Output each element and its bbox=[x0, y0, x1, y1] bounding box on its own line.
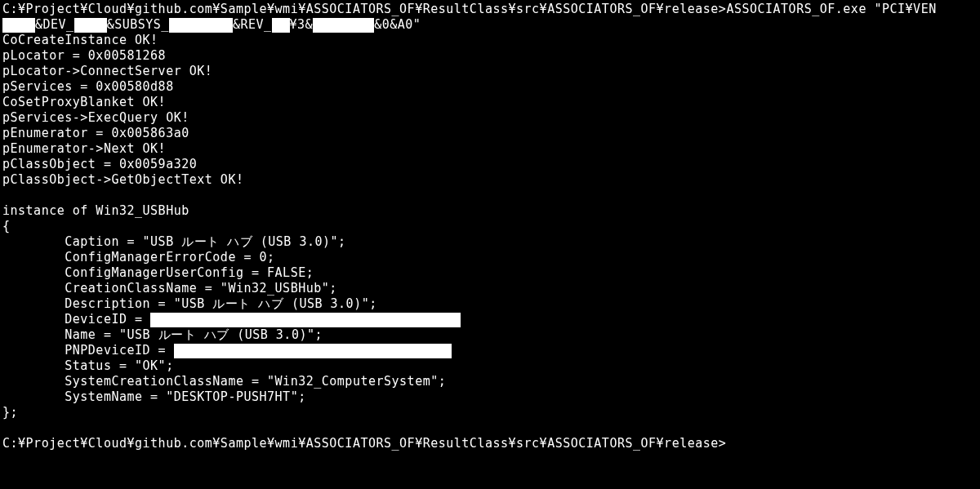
instance-header: instance of Win32_USBHub bbox=[2, 203, 978, 219]
cmd-line-1: C:¥Project¥Cloud¥github.com¥Sample¥wmi¥A… bbox=[2, 2, 978, 17]
redacted-block bbox=[174, 344, 452, 358]
redacted-block bbox=[272, 18, 290, 33]
arg-frag: &0&A0" bbox=[374, 17, 421, 32]
output-line: pServices->ExecQuery OK! bbox=[2, 110, 978, 126]
prompt-path: C:¥Project¥Cloud¥github.com¥Sample¥wmi¥A… bbox=[2, 2, 726, 16]
cmd-line-2: &DEV_&SUBSYS_&REV_¥3&&0&A0" bbox=[2, 17, 978, 33]
brace-close: }; bbox=[2, 405, 978, 420]
prop-caption: Caption = "USB ルート ハブ (USB 3.0)"; bbox=[2, 234, 978, 250]
output-line: pClassObject->GetObjectText OK! bbox=[2, 172, 978, 188]
arg-frag: &REV_ bbox=[233, 17, 272, 32]
prompt-path: C:¥Project¥Cloud¥github.com¥Sample¥wmi¥A… bbox=[2, 436, 726, 451]
prop-cfgerr: ConfigManagerErrorCode = 0; bbox=[2, 250, 978, 265]
deviceid-label: DeviceID = bbox=[2, 312, 150, 327]
arg-frag: &SUBSYS_ bbox=[107, 17, 169, 32]
brace-open: { bbox=[2, 219, 978, 234]
prop-deviceid: DeviceID = bbox=[2, 312, 978, 327]
arg-frag: &DEV_ bbox=[35, 17, 74, 32]
prop-name: Name = "USB ルート ハブ (USB 3.0)"; bbox=[2, 327, 978, 343]
redacted-block bbox=[313, 18, 374, 33]
prop-ccname: CreationClassName = "Win32_USBHub"; bbox=[2, 281, 978, 296]
blank-line bbox=[2, 420, 978, 436]
output-line: pLocator->ConnectServer OK! bbox=[2, 64, 978, 79]
blank-line bbox=[2, 188, 978, 203]
prop-sccn: SystemCreationClassName = "Win32_Compute… bbox=[2, 374, 978, 389]
output-line: pClassObject = 0x0059a320 bbox=[2, 157, 978, 172]
redacted-block bbox=[74, 18, 107, 33]
output-line: pLocator = 0x00581268 bbox=[2, 48, 978, 64]
prop-sysname: SystemName = "DESKTOP-PUSH7HT"; bbox=[2, 389, 978, 405]
output-line: CoCreateInstance OK! bbox=[2, 33, 978, 48]
pnpdeviceid-label: PNPDeviceID = bbox=[2, 343, 174, 358]
output-line: pEnumerator->Next OK! bbox=[2, 141, 978, 157]
output-line: pServices = 0x00580d88 bbox=[2, 79, 978, 95]
prop-status: Status = "OK"; bbox=[2, 358, 978, 374]
prop-desc: Description = "USB ルート ハブ (USB 3.0)"; bbox=[2, 296, 978, 312]
prompt-line[interactable]: C:¥Project¥Cloud¥github.com¥Sample¥wmi¥A… bbox=[2, 436, 978, 451]
redacted-block bbox=[169, 18, 233, 33]
prop-pnpdeviceid: PNPDeviceID = bbox=[2, 343, 978, 358]
redacted-block bbox=[150, 313, 461, 327]
arg-frag: ¥3& bbox=[290, 17, 314, 32]
prop-cfgusr: ConfigManagerUserConfig = FALSE; bbox=[2, 265, 978, 281]
exe-call: ASSOCIATORS_OF.exe "PCI¥VEN bbox=[726, 2, 936, 16]
output-line: CoSetProxyBlanket OK! bbox=[2, 95, 978, 110]
redacted-block bbox=[2, 18, 35, 33]
output-line: pEnumerator = 0x005863a0 bbox=[2, 126, 978, 141]
